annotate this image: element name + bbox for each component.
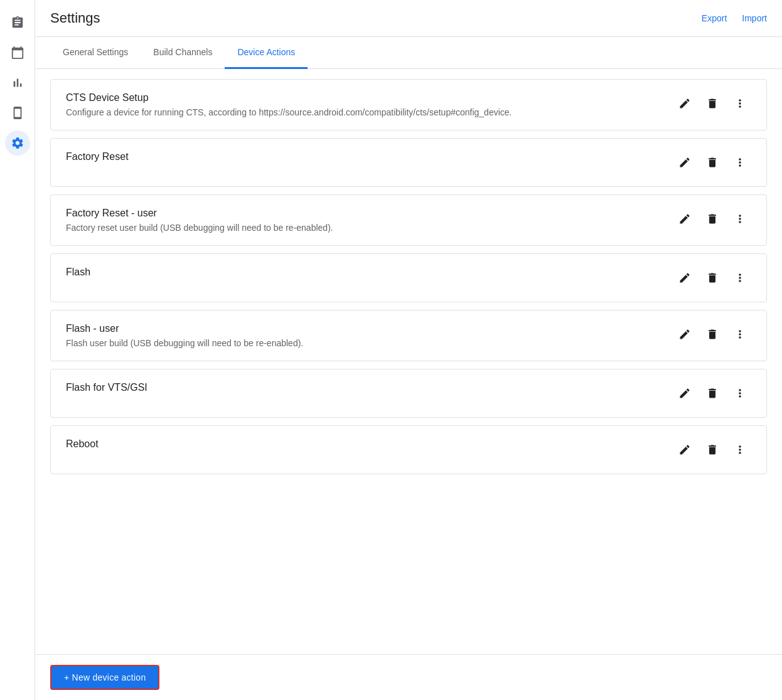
- action-controls-flash: [673, 267, 751, 289]
- action-info-cts-device-setup: CTS Device SetupConfigure a device for r…: [66, 92, 673, 117]
- edit-button-cts-device-setup[interactable]: [673, 92, 696, 115]
- sidebar-item-calendar[interactable]: [5, 40, 30, 65]
- header-actions: Export Import: [702, 13, 767, 23]
- action-card-flash-user: Flash - userFlash user build (USB debugg…: [50, 310, 767, 361]
- more-button-factory-reset-user[interactable]: [729, 208, 751, 230]
- action-controls-factory-reset-user: [673, 208, 751, 230]
- action-card-cts-device-setup: CTS Device SetupConfigure a device for r…: [50, 79, 767, 130]
- footer: + New device action: [35, 654, 782, 700]
- action-name-reboot: Reboot: [66, 438, 673, 450]
- new-device-action-button[interactable]: + New device action: [50, 665, 159, 690]
- delete-button-reboot[interactable]: [701, 438, 724, 461]
- delete-button-flash-user[interactable]: [701, 323, 724, 346]
- action-info-factory-reset: Factory Reset: [66, 151, 673, 166]
- action-name-cts-device-setup: CTS Device Setup: [66, 92, 673, 103]
- action-card-factory-reset-user: Factory Reset - userFactory reset user b…: [50, 194, 767, 246]
- edit-button-factory-reset-user[interactable]: [673, 208, 696, 230]
- action-card-flash: Flash: [50, 253, 767, 302]
- edit-button-flash-user[interactable]: [673, 323, 696, 346]
- action-controls-factory-reset: [673, 151, 751, 174]
- action-controls-reboot: [673, 438, 751, 461]
- action-info-flash: Flash: [66, 267, 673, 282]
- action-name-flash-vts-gsi: Flash for VTS/GSI: [66, 382, 673, 393]
- action-info-reboot: Reboot: [66, 438, 673, 453]
- action-info-flash-user: Flash - userFlash user build (USB debugg…: [66, 323, 673, 348]
- delete-button-flash-vts-gsi[interactable]: [701, 382, 724, 405]
- action-card-factory-reset: Factory Reset: [50, 138, 767, 187]
- action-name-flash: Flash: [66, 267, 673, 278]
- more-button-factory-reset[interactable]: [729, 151, 751, 174]
- action-desc-factory-reset-user: Factory reset user build (USB debugging …: [66, 223, 673, 233]
- action-name-factory-reset-user: Factory Reset - user: [66, 208, 673, 219]
- delete-button-factory-reset-user[interactable]: [701, 208, 724, 230]
- main-content: Settings Export Import General Settings …: [35, 0, 782, 700]
- action-card-reboot: Reboot: [50, 425, 767, 474]
- sidebar-item-device[interactable]: [5, 100, 30, 125]
- delete-button-flash[interactable]: [701, 267, 724, 289]
- action-controls-flash-user: [673, 323, 751, 346]
- import-link[interactable]: Import: [742, 13, 767, 23]
- tab-device-actions[interactable]: Device Actions: [225, 37, 308, 69]
- delete-button-cts-device-setup[interactable]: [701, 92, 724, 115]
- export-link[interactable]: Export: [702, 13, 727, 23]
- action-desc-cts-device-setup: Configure a device for running CTS, acco…: [66, 107, 673, 117]
- edit-button-reboot[interactable]: [673, 438, 696, 461]
- tab-general-settings[interactable]: General Settings: [50, 37, 141, 69]
- action-name-flash-user: Flash - user: [66, 323, 673, 334]
- header: Settings Export Import: [35, 0, 782, 37]
- action-card-flash-vts-gsi: Flash for VTS/GSI: [50, 369, 767, 418]
- edit-button-flash[interactable]: [673, 267, 696, 289]
- more-button-cts-device-setup[interactable]: [729, 92, 751, 115]
- more-button-flash-vts-gsi[interactable]: [729, 382, 751, 405]
- sidebar-item-settings[interactable]: [5, 130, 30, 156]
- action-desc-flash-user: Flash user build (USB debugging will nee…: [66, 338, 673, 348]
- action-info-factory-reset-user: Factory Reset - userFactory reset user b…: [66, 208, 673, 233]
- action-controls-cts-device-setup: [673, 92, 751, 115]
- action-name-factory-reset: Factory Reset: [66, 151, 673, 162]
- tabs-bar: General Settings Build Channels Device A…: [35, 37, 782, 69]
- more-button-flash-user[interactable]: [729, 323, 751, 346]
- more-button-reboot[interactable]: [729, 438, 751, 461]
- edit-button-flash-vts-gsi[interactable]: [673, 382, 696, 405]
- content-area: CTS Device SetupConfigure a device for r…: [35, 69, 782, 654]
- more-button-flash[interactable]: [729, 267, 751, 289]
- sidebar-item-chart[interactable]: [5, 70, 30, 95]
- sidebar-item-clipboard[interactable]: [5, 10, 30, 35]
- delete-button-factory-reset[interactable]: [701, 151, 724, 174]
- edit-button-factory-reset[interactable]: [673, 151, 696, 174]
- action-info-flash-vts-gsi: Flash for VTS/GSI: [66, 382, 673, 397]
- page-title: Settings: [50, 10, 100, 26]
- sidebar: [0, 0, 35, 700]
- action-controls-flash-vts-gsi: [673, 382, 751, 405]
- tab-build-channels[interactable]: Build Channels: [141, 37, 225, 69]
